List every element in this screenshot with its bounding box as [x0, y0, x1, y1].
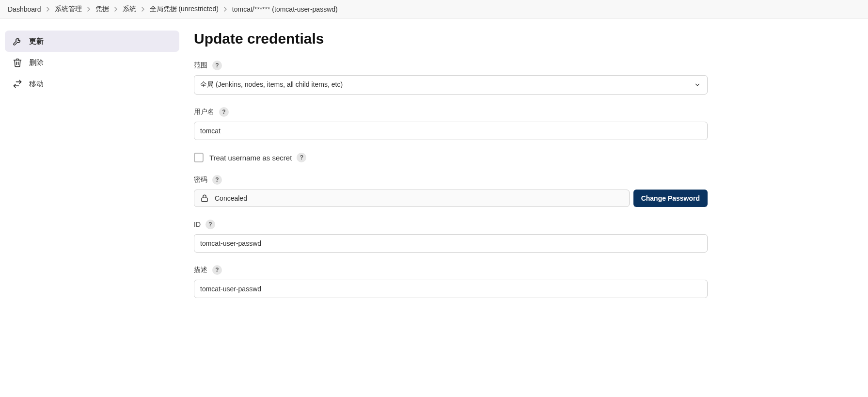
chevron-right-icon	[141, 6, 145, 12]
help-icon[interactable]: ?	[219, 107, 229, 117]
trash-icon	[13, 58, 22, 67]
help-icon[interactable]: ?	[205, 220, 215, 229]
help-icon[interactable]: ?	[297, 153, 306, 162]
main-content: Update credentials 范围 ? 全局 (Jenkins, nod…	[184, 19, 727, 330]
field-id: ID ?	[194, 220, 708, 253]
breadcrumb-system[interactable]: 系统	[123, 5, 136, 14]
change-password-button[interactable]: Change Password	[633, 190, 708, 207]
chevron-right-icon	[114, 6, 118, 12]
lock-icon	[200, 194, 209, 203]
sidebar-item-delete[interactable]: 删除	[5, 52, 179, 73]
password-label: 密码	[194, 175, 207, 184]
id-input[interactable]	[194, 234, 708, 253]
password-concealed-box: Concealed	[194, 190, 630, 207]
wrench-icon	[13, 36, 22, 46]
field-treat-secret: Treat username as secret ?	[194, 153, 708, 162]
page-title: Update credentials	[194, 31, 708, 47]
username-input[interactable]	[194, 122, 708, 140]
breadcrumb-manage[interactable]: 系统管理	[55, 5, 82, 14]
breadcrumb-current: tomcat/****** (tomcat-user-passwd)	[232, 5, 338, 13]
scope-label: 范围	[194, 61, 207, 70]
chevron-right-icon	[87, 6, 91, 12]
field-description: 描述 ?	[194, 265, 708, 298]
treat-secret-checkbox[interactable]	[194, 153, 204, 162]
help-icon[interactable]: ?	[212, 265, 222, 275]
breadcrumb-dashboard[interactable]: Dashboard	[8, 5, 41, 13]
field-password: 密码 ? Concealed Change Password	[194, 175, 708, 207]
help-icon[interactable]: ?	[212, 61, 222, 70]
breadcrumb-global-cred[interactable]: 全局凭据 (unrestricted)	[150, 5, 219, 14]
field-username: 用户名 ?	[194, 107, 708, 140]
description-label: 描述	[194, 266, 207, 274]
chevron-right-icon	[223, 6, 227, 12]
id-label: ID	[194, 221, 201, 228]
sidebar-item-label: 删除	[29, 58, 44, 67]
scope-select[interactable]: 全局 (Jenkins, nodes, items, all child ite…	[194, 75, 708, 95]
help-icon[interactable]: ?	[212, 175, 222, 185]
breadcrumb-credentials[interactable]: 凭据	[95, 5, 109, 14]
move-icon	[13, 79, 22, 89]
password-concealed-text: Concealed	[215, 194, 247, 202]
svg-rect-0	[202, 198, 207, 202]
username-label: 用户名	[194, 108, 214, 116]
sidebar-item-label: 更新	[29, 37, 44, 46]
description-input[interactable]	[194, 280, 708, 298]
field-scope: 范围 ? 全局 (Jenkins, nodes, items, all chil…	[194, 61, 708, 95]
breadcrumb: Dashboard 系统管理 凭据 系统 全局凭据 (unrestricted)…	[0, 0, 868, 19]
sidebar-item-update[interactable]: 更新	[5, 31, 179, 52]
sidebar-item-label: 移动	[29, 79, 44, 89]
sidebar-item-move[interactable]: 移动	[5, 73, 179, 95]
chevron-right-icon	[46, 6, 50, 12]
treat-secret-label: Treat username as secret	[209, 154, 292, 162]
sidebar: 更新 删除 移动	[0, 19, 184, 330]
